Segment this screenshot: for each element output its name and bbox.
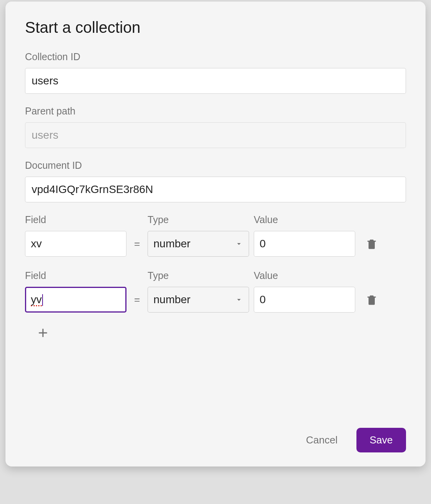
collection-id-label: Collection ID: [25, 51, 406, 63]
collection-id-value: users: [32, 75, 399, 87]
field-name-value: xv: [31, 238, 42, 250]
trash-icon[interactable]: [365, 293, 378, 306]
parent-path-group: Parent path users: [25, 105, 406, 148]
document-id-input[interactable]: vpd4IGQr7kGrnSE3r86N: [25, 177, 406, 202]
dialog-title: Start a collection: [25, 19, 406, 36]
field-type-label: Type: [148, 214, 249, 225]
field-type-value: number: [153, 238, 191, 250]
trash-icon[interactable]: [365, 238, 378, 250]
field-type-label: Type: [148, 270, 249, 281]
field-value-value: 0: [260, 238, 266, 250]
save-button[interactable]: Save: [356, 428, 406, 452]
field-name-label: Field: [25, 214, 126, 225]
field-value-value: 0: [260, 293, 266, 306]
field-value-input[interactable]: 0: [254, 287, 355, 313]
field-value-label: Value: [254, 270, 355, 281]
field-name-input[interactable]: xv: [25, 231, 126, 257]
field-value-label: Value: [254, 214, 355, 225]
equals-sign: =: [131, 287, 143, 313]
document-id-label: Document ID: [25, 160, 406, 171]
document-id-group: Document ID vpd4IGQr7kGrnSE3r86N: [25, 160, 406, 202]
cancel-button[interactable]: Cancel: [303, 429, 341, 452]
collection-id-input[interactable]: users: [25, 68, 406, 94]
equals-sign: =: [131, 231, 143, 257]
parent-path-input: users: [25, 122, 406, 148]
parent-path-label: Parent path: [25, 105, 406, 117]
field-row: Field yv = Type number Value 0: [25, 270, 406, 313]
field-type-select[interactable]: number: [148, 231, 249, 257]
collection-id-group: Collection ID users: [25, 51, 406, 94]
field-name-label: Field: [25, 270, 126, 281]
field-name-input[interactable]: yv: [25, 287, 126, 313]
start-collection-dialog: Start a collection Collection ID users P…: [5, 2, 426, 466]
fields-section: Field xv = Type number Value 0: [25, 214, 406, 340]
field-name-value: yv: [31, 293, 43, 306]
field-value-input[interactable]: 0: [254, 231, 355, 257]
add-field-button[interactable]: [25, 326, 406, 340]
chevron-down-icon: [235, 239, 243, 248]
parent-path-value: users: [32, 129, 399, 141]
document-id-value: vpd4IGQr7kGrnSE3r86N: [32, 183, 399, 196]
field-type-select[interactable]: number: [148, 287, 249, 313]
chevron-down-icon: [235, 295, 243, 304]
field-row: Field xv = Type number Value 0: [25, 214, 406, 257]
field-type-value: number: [153, 293, 191, 306]
plus-icon: [36, 326, 406, 340]
dialog-actions: Cancel Save: [25, 428, 406, 452]
